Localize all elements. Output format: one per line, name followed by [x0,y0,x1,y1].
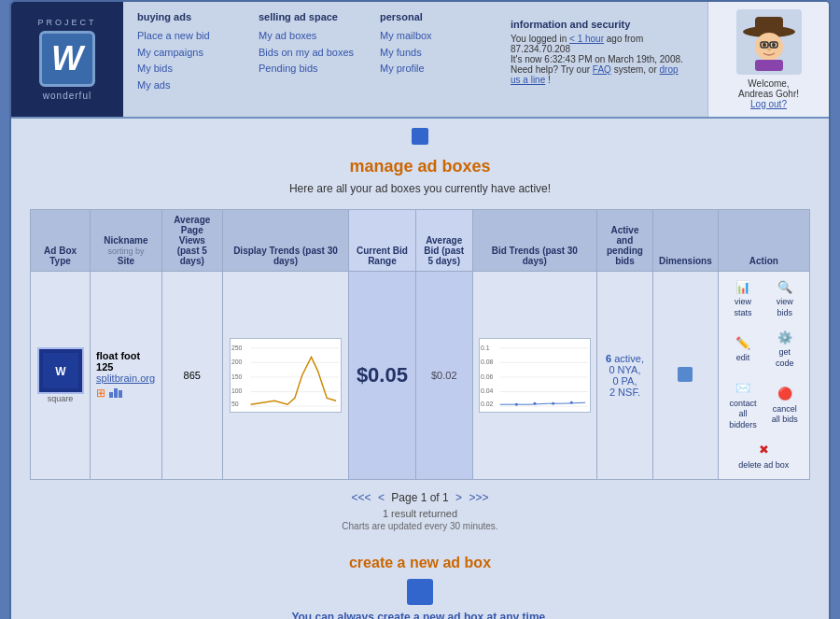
results-text: 1 result returned [30,508,810,519]
site-rss-icon: ⊞ [96,387,105,400]
page-title: manage ad boxes [30,157,810,176]
svg-point-36 [533,402,536,405]
nav-profile-link[interactable]: My profile [380,61,483,77]
help-text3: ! [548,75,551,85]
nav-my-ad-boxes-link[interactable]: My ad boxes [259,28,361,45]
svg-text:200: 200 [231,359,243,365]
welcome-label: Welcome, [748,78,789,89]
view-bids-button[interactable]: 🔍 view bids [765,275,804,322]
get-code-icon: ⚙️ [777,330,793,346]
nav-my-ads-link[interactable]: My ads [137,77,240,94]
delete-label: delete ad box [738,460,789,471]
contact-icon: ✉️ [735,381,751,398]
current-bid-cell: $0.05 [349,272,416,480]
nav-bids-on-ad-boxes-link[interactable]: Bids on my ad boxes [259,45,361,62]
faq-link[interactable]: FAQ [593,64,611,75]
get-code-button[interactable]: ⚙️ get code [765,326,804,373]
last-page-link[interactable]: >>> [469,491,488,504]
th-active-pending: Active and pending bids [596,210,652,272]
create-new-section: create a new ad box You can always creat… [30,545,810,620]
active-bids-cell: 6 active, 0 NYA, 0 PA, 2 NSF. [596,272,652,480]
nav-selling-ads-title: selling ad space [259,11,361,22]
ad-box-type-cell: W square [31,272,91,480]
logo-area: PROJECT W wonderful [11,2,123,117]
action-grid: 📊 view stats 🔍 view bids ✏️ edit [724,275,804,475]
info-security-section: information and security You logged in <… [501,11,693,107]
page-subtitle: Here are all your ad boxes you currently… [30,182,810,195]
edit-label: edit [736,353,750,364]
nav-place-bid-link[interactable]: Place a new bid [137,28,240,45]
active-label: active, [614,353,644,364]
info-security-title: information and security [511,19,684,30]
delete-icon: ✖ [755,443,772,459]
dimensions-icon [678,367,693,382]
nav-funds-link[interactable]: My funds [380,45,483,62]
view-bids-icon: 🔍 [777,279,793,296]
bid-trends-chart: 0.1 0.08 0.06 0.04 0.02 [479,338,591,413]
th-dimensions: Dimensions [653,210,719,272]
nav-my-bids-link[interactable]: My bids [137,61,240,77]
first-page-link[interactable]: <<< [352,491,371,504]
login-text: You logged in [511,34,569,44]
svg-point-4 [772,43,776,47]
current-bid-amount: $0.05 [355,363,410,387]
next-page-link[interactable]: > [455,491,462,504]
charts-note: Charts are updated every 30 minutes. [30,521,810,531]
view-stats-label: view stats [728,297,759,318]
login-time-link[interactable]: < 1 hour [569,34,604,44]
svg-rect-24 [480,339,590,412]
logo-project-text: PROJECT [37,18,96,27]
bid-trends-cell: 0.1 0.08 0.06 0.04 0.02 [472,272,596,480]
display-trends-cell: 250 200 150 100 50 [222,272,348,480]
avg-bid-amount: $0.02 [431,370,457,381]
th-avg-page-views: Average Page Views (past 5 days) [161,210,222,272]
view-stats-button[interactable]: 📊 view stats [724,275,763,322]
nav-buying-ads-title: buying ads [137,11,240,22]
svg-text:0.1: 0.1 [481,344,490,350]
th-current-bid-range: Current Bid Range [349,210,416,272]
create-new-title: create a new ad box [30,555,810,571]
nav-pending-bids-link[interactable]: Pending bids [259,61,361,77]
th-display-trends: Display Trends (past 30 days) [222,210,348,272]
pa-value: 0 PA, [612,375,637,387]
manage-icon [412,128,428,145]
svg-point-35 [515,402,518,405]
th-action: Action [718,210,809,272]
nav-mailbox-link[interactable]: My mailbox [380,28,483,45]
svg-point-3 [763,43,766,47]
user-area: Welcome, Andreas Gohr! Log out? [707,2,829,117]
avg-bid-cell: $0.02 [415,272,472,480]
get-code-label: get code [769,347,800,369]
svg-text:W: W [55,365,66,378]
delete-ad-box-button[interactable]: ✖ delete ad box [724,439,804,475]
help-line: Need help? Try our FAQ system, or drop u… [511,64,684,85]
nickname-cell: float foot 125 splitbrain.org ⊞ [91,272,162,480]
content-area: manage ad boxes Here are all your ad box… [11,119,829,619]
svg-text:250: 250 [231,344,243,350]
svg-text:100: 100 [231,387,243,394]
contact-bidders-label: contact all bidders [728,399,759,431]
page-info: Page 1 of 1 [391,491,448,504]
svg-point-37 [552,402,554,405]
site-link[interactable]: splitbrain.org [96,373,155,384]
nya-value: 0 NYA, [609,364,640,375]
ad-box-name: float foot 125 [96,350,156,373]
avatar [736,9,802,75]
logout-link[interactable]: Log out? [750,99,787,109]
nav-personal-title: personal [380,11,483,22]
view-bids-label: view bids [769,297,800,318]
svg-rect-9 [755,60,783,71]
contact-bidders-button[interactable]: ✉️ contact all bidders [724,377,763,435]
active-count: 6 [606,353,611,364]
cancel-bids-button[interactable]: 🔴 cancel all bids [765,377,804,435]
edit-button[interactable]: ✏️ edit [724,326,763,373]
create-new-icon [407,579,433,605]
ad-type-label: square [36,394,84,403]
logo-w-icon[interactable]: W [39,31,95,87]
nav-my-campaigns-link[interactable]: My campaigns [137,45,240,62]
cancel-bids-label: cancel all bids [769,404,800,426]
svg-text:0.08: 0.08 [481,359,494,365]
prev-page-link[interactable]: < [378,491,385,504]
table-row: W square float foot 125 splitbrain.org ⊞ [31,272,810,480]
th-ad-box-type: Ad Box Type [31,210,91,272]
